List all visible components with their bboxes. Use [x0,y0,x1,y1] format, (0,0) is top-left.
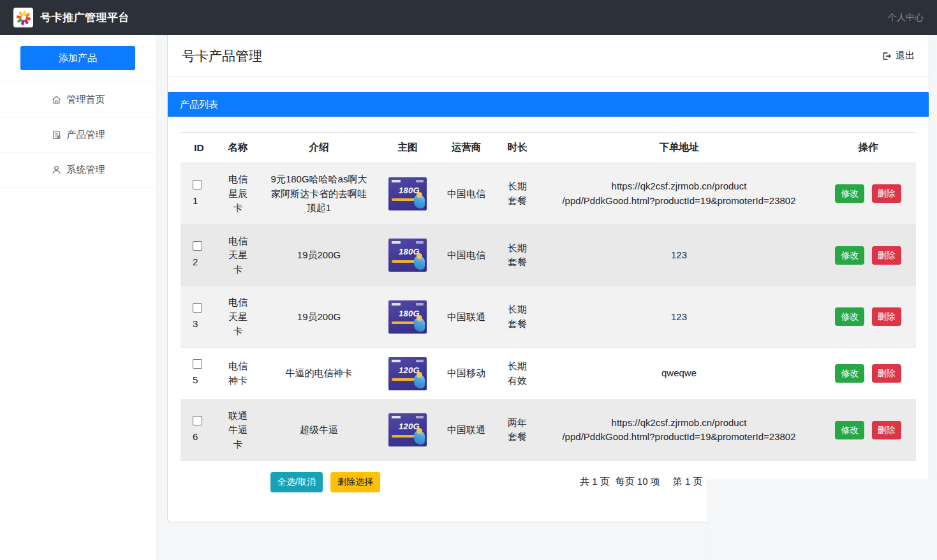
logout-button[interactable]: 退出 [882,50,915,62]
product-name: 电信天星卡 [218,225,258,286]
table-row: 6 联通牛逼卡 超级牛逼 120G 中国联通 两年套餐 https://qk2c… [181,399,916,461]
col-header-name: 名称 [218,133,258,163]
product-table-wrap: ID 名称 介绍 主图 运营商 时长 下单地址 操作 1 电信星辰卡 [168,117,929,494]
row-actions: 修改 删除 [820,225,916,286]
sidebar-item-label: 管理首页 [67,94,105,106]
order-url: https://qk2csf.zjrmob.cn/product /ppd/Pd… [538,399,820,461]
pagination-page-size: 每页 10 项 [616,476,660,488]
add-product-button[interactable]: 添加产品 [20,46,135,70]
product-image: 180G [388,239,427,272]
product-carrier: 中国电信 [436,163,497,225]
product-intro: 19员200G [258,286,380,348]
image-mascot [414,195,425,209]
edit-button[interactable]: 修改 [835,246,864,265]
table-header-row: ID 名称 介绍 主图 运营商 时长 下单地址 操作 [181,133,916,163]
row-checkbox[interactable] [193,416,202,425]
product-name: 电信天星卡 [218,286,258,348]
image-mascot [414,318,425,332]
main-content: 号卡产品管理 退出 产品列表 ID 名称 介绍 主图 运 [167,35,929,522]
row-checkbox[interactable] [193,359,202,369]
pagination: 共 1 页 每页 10 项 第 1 页 [580,476,702,488]
app-title: 号卡推广管理平台 [40,10,129,25]
image-mascot [414,431,425,445]
edit-button[interactable]: 修改 [835,421,864,439]
row-id: 3 [192,317,214,332]
product-duration: 长期有效 [497,348,538,399]
row-id: 6 [192,430,214,445]
app-logo-icon [13,8,33,27]
order-url: 123 [538,225,820,286]
row-id: 2 [192,255,214,270]
product-name: 电信星辰卡 [218,163,258,225]
image-mascot [414,374,425,388]
product-duration: 长期套餐 [497,163,538,225]
document-icon [51,129,62,140]
row-select-cell: 6 [181,399,218,461]
select-all-button[interactable]: 全选/取消 [270,472,323,492]
page-title: 号卡产品管理 [182,47,262,65]
logout-icon [882,51,892,61]
row-checkbox[interactable] [193,303,202,313]
product-intro: 牛逼的电信神卡 [258,348,380,399]
product-name: 联通牛逼卡 [218,399,258,461]
product-image: 180G [388,177,427,210]
overlay-panel [707,480,937,560]
product-intro: 9元180G哈哈哈as啊大家阿斯达卡省的去啊哇顶起1 [258,163,380,225]
product-image-cell: 120G [380,348,436,399]
row-select-cell: 1 [181,163,218,225]
product-image-cell: 180G [380,286,436,348]
product-duration: 两年套餐 [497,399,538,461]
product-duration: 长期套餐 [497,225,538,286]
logout-label: 退出 [896,50,915,62]
sidebar-item-label: 系统管理 [67,164,105,176]
edit-button[interactable]: 修改 [835,184,864,203]
row-id: 5 [192,373,214,388]
col-header-intro: 介绍 [258,133,380,163]
delete-button[interactable]: 删除 [872,246,901,265]
row-checkbox[interactable] [193,180,202,189]
delete-button[interactable]: 删除 [872,421,901,439]
pagination-current: 第 1 页 [673,476,703,488]
profile-center-link[interactable]: 个人中心 [888,12,924,24]
row-select-cell: 5 [181,348,218,399]
product-intro: 超级牛逼 [258,399,380,461]
product-carrier: 中国电信 [436,225,497,286]
delete-button[interactable]: 删除 [872,184,901,203]
brand: 号卡推广管理平台 [13,8,129,27]
col-header-id: ID [181,133,218,163]
edit-button[interactable]: 修改 [835,307,864,326]
product-carrier: 中国联通 [436,399,497,461]
delete-button[interactable]: 删除 [872,364,901,383]
edit-button[interactable]: 修改 [835,364,864,383]
sidebar-item-system[interactable]: 系统管理 [0,152,156,187]
pagination-total: 共 1 页 [580,476,610,488]
page-header: 号卡产品管理 退出 [168,35,929,77]
sidebar-item-label: 产品管理 [67,129,105,141]
row-actions: 修改 删除 [820,163,916,225]
table-row: 5 电信神卡 牛逼的电信神卡 120G 中国移动 长期有效 qweqwe [181,348,916,399]
table-row: 3 电信天星卡 19员200G 180G 中国联通 长期套餐 123 [181,286,916,348]
product-image: 180G [388,300,427,334]
sidebar-item-products[interactable]: 产品管理 [0,117,156,152]
product-carrier: 中国移动 [436,348,497,399]
product-image: 120G [388,413,427,446]
topbar: 号卡推广管理平台 个人中心 [0,0,937,35]
product-intro: 19员200G [258,225,380,286]
product-image-cell: 180G [380,225,436,286]
product-carrier: 中国联通 [436,286,497,348]
row-select-cell: 3 [181,286,218,348]
col-header-carrier: 运营商 [436,133,497,163]
product-table: ID 名称 介绍 主图 运营商 时长 下单地址 操作 1 电信星辰卡 [181,132,916,461]
product-image: 120G [388,357,427,390]
sidebar-item-home[interactable]: 管理首页 [0,82,156,117]
sidebar: 添加产品 管理首页 产品管理 [0,35,156,560]
product-image-cell: 180G [380,163,436,225]
delete-selected-button[interactable]: 删除选择 [330,472,380,492]
col-header-image: 主图 [380,133,436,163]
sidebar-menu: 管理首页 产品管理 系统管理 [0,82,156,188]
product-duration: 长期套餐 [497,286,538,348]
row-checkbox[interactable] [193,241,202,251]
row-actions: 修改 删除 [820,348,916,399]
delete-button[interactable]: 删除 [872,307,901,326]
order-url: 123 [538,286,820,348]
